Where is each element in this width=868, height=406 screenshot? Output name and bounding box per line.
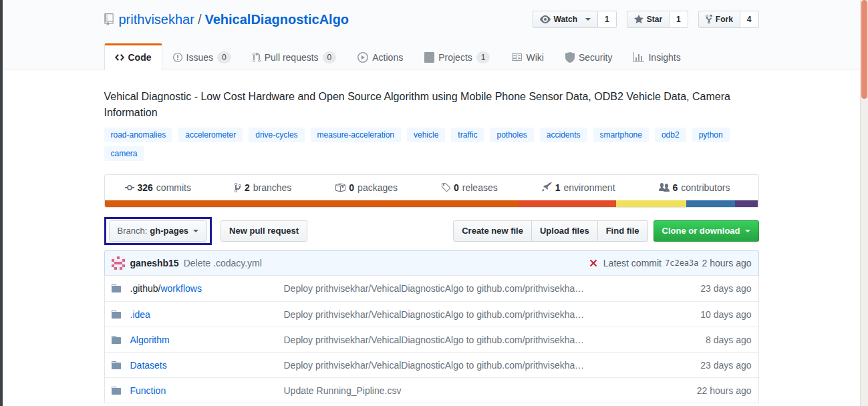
file-row[interactable]: .idea Deploy prithvisekhar/VehicalDiagno… xyxy=(105,301,758,327)
tab-projects[interactable]: Projects 1 xyxy=(414,43,500,70)
file-commit-message[interactable]: Deploy prithvisekhar/VehicalDiagnosticAl… xyxy=(284,309,665,320)
folder-link[interactable]: .idea xyxy=(130,309,150,320)
topic-tag[interactable]: smartphone xyxy=(593,128,649,142)
tab-issues[interactable]: Issues 0 xyxy=(162,43,242,70)
tab-security-label: Security xyxy=(579,52,613,63)
tab-insights[interactable]: Insights xyxy=(623,43,691,70)
file-commit-message[interactable]: Deploy prithvisekhar/VehicalDiagnosticAl… xyxy=(284,360,665,371)
file-row[interactable]: Function Update Running_Pipline.csv 22 h… xyxy=(105,377,758,403)
releases-label: releases xyxy=(462,182,498,193)
releases-stat[interactable]: 0 releases xyxy=(441,182,498,193)
language-segment[interactable] xyxy=(735,200,758,207)
topic-list: road-anomalies accelerometer drive-cycle… xyxy=(104,128,732,161)
language-segment[interactable] xyxy=(105,200,519,207)
packages-stat[interactable]: 0 packages xyxy=(335,182,398,193)
topic-tag[interactable]: accelerometer xyxy=(178,128,243,142)
tag-icon xyxy=(441,182,450,193)
star-icon xyxy=(634,14,643,25)
folder-link[interactable]: workflows xyxy=(160,283,201,294)
file-row[interactable]: Datasets Deploy prithvisekhar/VehicalDia… xyxy=(105,352,758,377)
fork-button[interactable]: Fork xyxy=(698,11,740,28)
star-button[interactable]: Star xyxy=(627,11,670,28)
create-new-file-button[interactable]: Create new file xyxy=(453,220,532,242)
file-commit-message[interactable]: Deploy prithvisekhar/VehicalDiagnosticAl… xyxy=(284,283,665,294)
topic-tag[interactable]: potholes xyxy=(490,128,533,142)
book-icon xyxy=(511,52,522,63)
topic-tag[interactable]: traffic xyxy=(451,128,484,142)
commit-author-avatar[interactable] xyxy=(112,256,125,270)
repo-header: prithvisekhar/VehicalDiagnosticAlgo Watc… xyxy=(3,0,860,69)
file-row[interactable]: Algorithm Deploy prithvisekhar/VehicalDi… xyxy=(105,327,758,352)
tab-insights-label: Insights xyxy=(648,52,680,63)
topic-tag[interactable]: camera xyxy=(104,146,144,161)
file-row[interactable]: .github/workflows Deploy prithvisekhar/V… xyxy=(105,276,758,301)
find-file-button[interactable]: Find file xyxy=(597,220,648,242)
folder-link[interactable]: Algorithm xyxy=(130,335,170,345)
file-navigation: Branch: gh-pages New pull request Create… xyxy=(104,217,759,245)
branch-icon xyxy=(235,182,241,193)
graph-icon xyxy=(633,52,644,63)
branches-label: branches xyxy=(253,182,292,193)
tab-security[interactable]: Security xyxy=(555,43,623,70)
repo-icon xyxy=(104,13,114,25)
upload-files-button[interactable]: Upload files xyxy=(531,220,598,242)
tab-wiki[interactable]: Wiki xyxy=(500,43,554,70)
caret-down-icon xyxy=(745,230,750,232)
topic-tag[interactable]: vehicle xyxy=(407,128,445,142)
folder-icon xyxy=(112,335,125,345)
file-commit-message[interactable]: Update Running_Pipline.csv xyxy=(284,385,665,396)
file-commit-message[interactable]: Deploy prithvisekhar/VehicalDiagnosticAl… xyxy=(284,335,665,345)
github-repo-page: prithvisekhar/VehicalDiagnosticAlgo Watc… xyxy=(3,0,860,406)
language-segment[interactable] xyxy=(519,200,617,207)
tab-pull-requests[interactable]: Pull requests 0 xyxy=(242,43,347,70)
latest-commit-bar: ganeshb15 Delete .codacy.yml Latest comm… xyxy=(104,250,759,275)
topic-tag[interactable]: drive-cycles xyxy=(249,128,304,142)
caret-down-icon xyxy=(193,230,198,232)
window-left-edge xyxy=(0,0,3,406)
commit-author-link[interactable]: ganeshb15 xyxy=(130,258,179,268)
language-segment[interactable] xyxy=(686,200,735,207)
code-icon xyxy=(115,52,124,63)
caret-down-icon xyxy=(585,18,591,21)
failed-check-x-icon[interactable] xyxy=(589,258,597,268)
watch-button[interactable]: Watch xyxy=(533,11,599,28)
commits-stat[interactable]: 326 commits xyxy=(125,182,191,193)
fork-count[interactable]: 4 xyxy=(740,11,759,28)
tab-code[interactable]: Code xyxy=(104,43,162,70)
star-count[interactable]: 1 xyxy=(670,11,688,28)
folder-link[interactable]: Function xyxy=(130,385,166,396)
scrollbar-track[interactable] xyxy=(860,0,868,406)
tab-actions[interactable]: Actions xyxy=(347,43,414,70)
contributors-stat[interactable]: 6 contributors xyxy=(659,182,730,193)
topic-tag[interactable]: python xyxy=(692,128,730,142)
tab-projects-label: Projects xyxy=(438,52,472,63)
topic-tag[interactable]: road-anomalies xyxy=(104,128,173,142)
project-board-icon xyxy=(424,52,434,63)
clone-or-download-button[interactable]: Clone or download xyxy=(654,220,759,242)
commit-sha-link[interactable]: 7c2ea3a xyxy=(665,258,699,268)
environments-stat[interactable]: 1 environment xyxy=(541,182,615,193)
play-icon xyxy=(357,52,368,63)
new-pull-request-button[interactable]: New pull request xyxy=(221,220,307,242)
watch-count[interactable]: 1 xyxy=(598,11,617,28)
language-segment[interactable] xyxy=(616,200,686,207)
commit-message-link[interactable]: Delete .codacy.yml xyxy=(184,258,262,268)
folder-icon xyxy=(112,385,125,396)
branches-stat[interactable]: 2 branches xyxy=(235,182,291,193)
tab-issues-label: Issues xyxy=(186,52,213,63)
fork-label: Fork xyxy=(716,13,733,25)
topic-tag[interactable]: odb2 xyxy=(655,128,686,142)
branch-selector-button[interactable]: Branch: gh-pages xyxy=(109,220,208,242)
topic-tag[interactable]: measure-acceleration xyxy=(311,128,401,142)
scrollbar-thumb[interactable] xyxy=(861,0,867,99)
watch-label: Watch xyxy=(554,13,578,25)
file-commit-time: 8 days ago xyxy=(665,335,752,345)
folder-path-prefix: .github/ xyxy=(130,283,161,294)
owner-link[interactable]: prithvisekhar xyxy=(119,12,194,27)
rocket-icon xyxy=(541,182,552,193)
branch-prefix-label: Branch: xyxy=(118,224,148,238)
repo-name-link[interactable]: VehicalDiagnosticAlgo xyxy=(204,12,349,27)
topic-tag[interactable]: accidents xyxy=(540,128,587,142)
fork-icon xyxy=(706,14,712,25)
folder-link[interactable]: Datasets xyxy=(130,360,167,371)
